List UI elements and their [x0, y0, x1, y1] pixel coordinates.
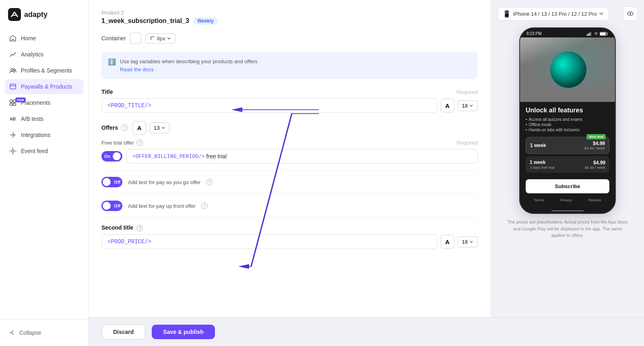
pay-up-front-help-icon[interactable]: ? [201, 203, 208, 209]
feature-item-2: Offline mode [526, 122, 609, 127]
main-area: Product 2 1_week_subscription_trial_3 We… [89, 0, 644, 346]
sidebar-item-integrations[interactable]: Integrations [5, 127, 83, 143]
new-badge: new [15, 97, 26, 102]
footer-privacy[interactable]: Privacy [560, 198, 572, 202]
second-title-input[interactable] [101, 234, 438, 249]
collapse-button[interactable]: Collapse [5, 326, 83, 340]
battery-icon [600, 32, 609, 36]
second-title-size-select[interactable]: 18 [458, 236, 478, 247]
pay-as-you-go-label: Add text for pay as you go offer [128, 179, 200, 185]
pay-as-you-go-toggle[interactable]: Off [101, 177, 122, 187]
container-row: Container 8px [101, 33, 478, 44]
plan-1-price-sub: $4.99 / week [584, 146, 605, 150]
plan-row-2[interactable]: 1 week 3 days free trial $4.99 $4.99 / w… [526, 156, 609, 173]
plan-2-price: $4.99 [585, 160, 605, 166]
free-trial-help-icon[interactable]: ? [136, 139, 143, 146]
publish-button[interactable]: Save & publish [152, 325, 215, 339]
sidebar-bottom: Collapse [0, 319, 88, 346]
info-box: ℹ️ Use tag variables when describing you… [101, 52, 478, 79]
sidebar-item-home[interactable]: Home [5, 31, 83, 46]
eye-icon [627, 10, 634, 17]
sidebar-item-eventfeed[interactable]: Event feed [5, 143, 83, 159]
collapse-label: Collapse [19, 329, 41, 336]
toggle-thumb [113, 152, 121, 160]
footer-restore[interactable]: Restore [588, 198, 601, 202]
sidebar-item-analytics[interactable]: Analytics [5, 47, 83, 62]
free-trial-text-suffix: free trial [206, 153, 227, 160]
free-trial-header: Free trial offer ? Required [101, 139, 478, 146]
container-checkbox[interactable] [130, 33, 141, 44]
sidebar-navigation: Home Analytics Profiles & Segments Paywa… [0, 31, 88, 319]
pay-as-you-go-help-icon[interactable]: ? [206, 179, 213, 185]
product-badge: Weekly [193, 17, 218, 25]
read-docs-link[interactable]: Read the docs [120, 66, 154, 73]
free-trial-text[interactable]: <OFFER_BILLING_PERIOD/> free trial [126, 149, 478, 164]
title-font-button[interactable]: A [441, 99, 454, 112]
adapty-logo-icon [8, 8, 21, 21]
radius-value: 8px [157, 35, 165, 41]
plan-row-1[interactable]: Best deal 1 week $4.99 $4.99 / week [526, 137, 609, 154]
svg-point-11 [12, 150, 14, 152]
subscribe-button[interactable]: Subscribe [526, 179, 609, 193]
offers-help-icon[interactable]: ? [121, 124, 128, 131]
sidebar-item-placements[interactable]: Placements new [5, 95, 83, 110]
toggle-thumb-3 [103, 202, 111, 210]
radius-button[interactable]: 8px [145, 33, 175, 44]
title-size-select[interactable]: 18 [458, 100, 478, 111]
toggle-off-label-1: Off [114, 180, 120, 184]
discard-button[interactable]: Discard [101, 324, 145, 340]
logo-text: adapty [24, 10, 47, 19]
offer-billing-code: <OFFER_BILLING_PERIOD/> [132, 153, 204, 160]
sidebar-item-paywalls[interactable]: Paywalls & Products [5, 79, 83, 94]
svg-rect-7 [10, 103, 12, 106]
pay-as-you-go-row: Off Add text for pay as you go offer ? [101, 177, 478, 187]
chevron-down-icon [167, 36, 171, 40]
pay-as-you-go-track[interactable]: Off [101, 177, 122, 187]
svg-rect-16 [587, 34, 588, 36]
second-title-section: Second title ? A 18 [101, 224, 478, 249]
editor-wrapper: Product 2 1_week_subscription_trial_3 We… [89, 0, 644, 317]
profiles-icon [9, 66, 17, 75]
divider-1 [101, 170, 478, 170]
collapse-icon [9, 329, 16, 336]
editor-panel: Product 2 1_week_subscription_trial_3 We… [89, 0, 491, 317]
plan-1-info: 1 week [530, 143, 546, 148]
preview-note: The prices are placeholders. Actual pric… [507, 219, 628, 239]
toggle-thumb-2 [103, 178, 111, 186]
free-trial-track[interactable]: On [101, 151, 122, 162]
phone-hero-image [520, 37, 615, 102]
info-icon: ℹ️ [108, 58, 116, 73]
sidebar-item-profiles[interactable]: Profiles & Segments [5, 63, 83, 78]
preview-eye-button[interactable] [623, 6, 638, 21]
second-title-input-row: A 18 [101, 234, 478, 249]
plan-1-price: $4.99 [584, 141, 605, 146]
bottom-bar: Discard Save & publish [89, 317, 644, 346]
radius-icon [150, 35, 155, 41]
svg-rect-3 [10, 84, 16, 89]
integrations-icon [9, 131, 17, 139]
pay-up-front-track[interactable]: Off [101, 201, 122, 211]
svg-rect-5 [10, 100, 12, 102]
best-deal-badge: Best deal [586, 134, 606, 139]
plan-1-name: 1 week [530, 143, 546, 148]
wifi-icon [594, 32, 598, 36]
svg-rect-17 [588, 33, 589, 36]
sidebar-item-abtests[interactable]: A/B A/B tests [5, 111, 83, 126]
second-title-help-icon[interactable]: ? [136, 225, 143, 231]
offers-label: Offers [101, 124, 118, 131]
offers-font-button[interactable]: A [132, 121, 146, 135]
plan-2-price-sub: $4.99 / week [585, 166, 605, 170]
plan-2-info: 1 week 3 days free trial [530, 160, 555, 170]
sidebar-item-label-integrations: Integrations [21, 132, 50, 138]
plan-2-price-info: $4.99 $4.99 / week [585, 160, 605, 170]
device-selector[interactable]: 📱 iPhone 14 / 13 / 13 Pro / 12 / 12 Pro [497, 7, 609, 21]
free-trial-toggle[interactable]: On [101, 151, 122, 162]
svg-rect-21 [600, 33, 606, 35]
pay-up-front-toggle[interactable]: Off [101, 201, 122, 211]
offers-size-select[interactable]: 13 [149, 122, 169, 133]
footer-terms[interactable]: Terms [534, 198, 544, 202]
title-required: Required [456, 89, 478, 95]
title-input[interactable] [101, 98, 438, 113]
second-title-font-button[interactable]: A [441, 235, 454, 249]
device-label: iPhone 14 / 13 / 13 Pro / 12 / 12 Pro [513, 11, 597, 17]
